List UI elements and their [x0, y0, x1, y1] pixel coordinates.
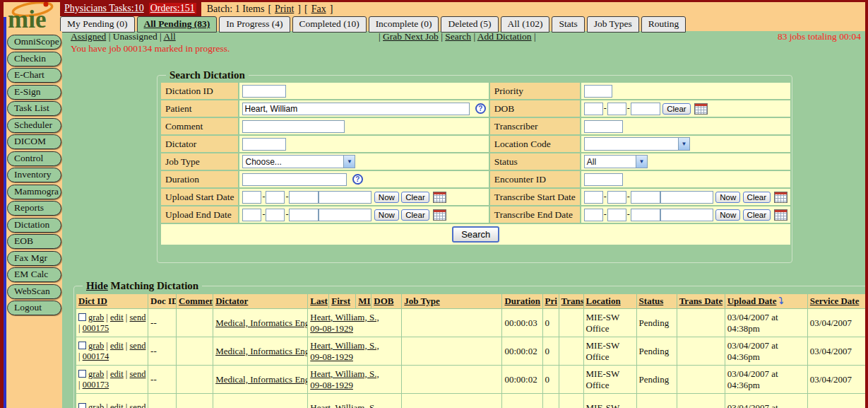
- all-link[interactable]: All: [163, 31, 175, 42]
- tab-all[interactable]: All (102): [501, 16, 550, 33]
- dict-id-link[interactable]: 000175: [83, 323, 109, 333]
- status-select[interactable]: All ▼: [584, 155, 648, 168]
- col-header-first[interactable]: First: [331, 296, 350, 306]
- transcribe-end-calendar-icon[interactable]: [774, 209, 787, 221]
- dob-day-input[interactable]: [607, 103, 626, 115]
- transcribe-end-day-input[interactable]: [607, 209, 626, 221]
- upload-start-time-input[interactable]: [319, 191, 371, 204]
- tab-incomplete[interactable]: Incomplete (0): [369, 16, 439, 33]
- hide-results-link[interactable]: Hide: [86, 280, 108, 291]
- dictator-input[interactable]: [242, 138, 286, 151]
- sidebar-item-logout[interactable]: Logout: [7, 301, 61, 315]
- search-button[interactable]: Search: [452, 226, 499, 243]
- transcriber-input[interactable]: [584, 120, 623, 133]
- transcribe-end-year-input[interactable]: [631, 209, 660, 221]
- sidebar-item-esign[interactable]: E-Sign: [7, 85, 61, 100]
- tab-deleted[interactable]: Deleted (5): [441, 16, 498, 33]
- comment-input[interactable]: [242, 120, 345, 133]
- col-header-mi[interactable]: MI: [358, 296, 370, 306]
- encounter-id-input[interactable]: [584, 173, 623, 186]
- transcribe-start-month-input[interactable]: [584, 191, 603, 204]
- send-link[interactable]: send: [130, 369, 146, 379]
- edit-link[interactable]: edit: [110, 341, 124, 351]
- dictator-link[interactable]: Medical, Informatics Eng.: [215, 374, 308, 385]
- patient-name-link[interactable]: Heart, William, S.,: [310, 368, 379, 379]
- col-header-dictator[interactable]: Dictator: [215, 296, 248, 306]
- col-header-pri[interactable]: Pri: [545, 296, 557, 306]
- duration-input[interactable]: [242, 173, 347, 186]
- transcribe-start-calendar-icon[interactable]: [774, 192, 787, 203]
- sidebar-item-em-calc[interactable]: EM Calc: [7, 267, 61, 282]
- col-header-status[interactable]: Status: [639, 296, 664, 306]
- send-link[interactable]: send: [130, 313, 146, 322]
- upload-start-month-input[interactable]: [242, 191, 261, 204]
- send-link[interactable]: send: [130, 402, 146, 408]
- edit-link[interactable]: edit: [110, 313, 124, 322]
- transcribe-start-year-input[interactable]: [631, 191, 660, 204]
- patient-name-link[interactable]: Heart, William, S.,: [310, 312, 379, 322]
- tab-all-pending[interactable]: All Pending (83): [137, 16, 218, 33]
- col-header-dob[interactable]: DOB: [374, 296, 393, 306]
- sidebar-item-reports[interactable]: Reports: [7, 201, 61, 216]
- fax-link[interactable]: Fax: [311, 4, 326, 15]
- send-link[interactable]: send: [130, 341, 146, 351]
- sidebar-item-eob[interactable]: EOB: [7, 234, 61, 249]
- col-header-dict-id[interactable]: Dict ID: [78, 296, 107, 306]
- dict-id-link[interactable]: 000173: [83, 380, 109, 390]
- col-header-job-type[interactable]: Job Type: [404, 296, 439, 306]
- upload-end-month-input[interactable]: [242, 209, 261, 221]
- row-checkbox[interactable]: [78, 342, 86, 349]
- col-header-comment[interactable]: Comment: [179, 296, 213, 306]
- orders-link[interactable]: Orders:151: [149, 3, 196, 14]
- transcribe-end-time-input[interactable]: [660, 209, 713, 221]
- patient-dob-link[interactable]: 09-08-1929: [310, 380, 353, 390]
- sidebar-item-webscan[interactable]: WebScan: [7, 284, 61, 299]
- col-header-upload-date[interactable]: Upload Date: [727, 296, 777, 306]
- tab-in-progress[interactable]: In Progress (4): [219, 16, 290, 33]
- tab-my-pending[interactable]: My Pending (0): [60, 16, 135, 33]
- search-link[interactable]: Search: [445, 31, 471, 42]
- upload-start-day-input[interactable]: [266, 191, 285, 204]
- upload-end-day-input[interactable]: [266, 209, 285, 221]
- grab-link[interactable]: grab: [88, 402, 104, 408]
- dictation-id-input[interactable]: [242, 85, 286, 98]
- sidebar-item-scheduler[interactable]: Scheduler: [7, 118, 61, 133]
- upload-start-now-button[interactable]: Now: [374, 192, 399, 203]
- upload-end-calendar-icon[interactable]: [433, 209, 446, 221]
- upload-start-clear-button[interactable]: Clear: [401, 192, 429, 203]
- dictator-link[interactable]: Medical, Informatics Eng.: [215, 317, 308, 328]
- row-checkbox[interactable]: [78, 403, 86, 408]
- upload-end-time-input[interactable]: [319, 209, 371, 221]
- patient-dob-link[interactable]: 09-08-1929: [310, 351, 353, 362]
- sidebar-item-echart[interactable]: E-Chart: [7, 68, 61, 83]
- print-link[interactable]: Print: [275, 4, 294, 15]
- upload-end-now-button[interactable]: Now: [374, 209, 399, 221]
- sidebar-item-omniscope[interactable]: OmniScope: [7, 35, 61, 49]
- grab-link[interactable]: grab: [88, 313, 104, 322]
- transcribe-end-now-button[interactable]: Now: [715, 209, 740, 221]
- grab-link[interactable]: grab: [88, 369, 104, 379]
- upload-end-clear-button[interactable]: Clear: [401, 209, 429, 221]
- tab-stats[interactable]: Stats: [552, 16, 584, 33]
- dob-year-input[interactable]: [631, 103, 660, 115]
- priority-input[interactable]: [584, 85, 612, 98]
- tab-completed[interactable]: Completed (10): [292, 16, 367, 33]
- row-checkbox[interactable]: [78, 313, 86, 321]
- upload-start-year-input[interactable]: [289, 191, 319, 204]
- sidebar-item-fax-mgr[interactable]: Fax Mgr: [7, 251, 61, 266]
- transcribe-start-time-input[interactable]: [660, 191, 713, 204]
- sidebar-item-inventory[interactable]: Inventory: [7, 168, 61, 182]
- edit-link[interactable]: edit: [110, 402, 124, 408]
- sidebar-item-task-list[interactable]: Task List: [7, 101, 61, 116]
- col-header-trans-date[interactable]: Trans Date: [679, 296, 723, 306]
- physicians-tasks-link[interactable]: Physicians Tasks:10: [64, 3, 144, 14]
- dob-month-input[interactable]: [584, 103, 603, 115]
- job-type-select[interactable]: Choose... ▼: [242, 155, 355, 168]
- sidebar-item-control[interactable]: Control: [7, 151, 61, 166]
- patient-dob-link[interactable]: 09-08-1929: [310, 323, 353, 334]
- transcribe-end-month-input[interactable]: [584, 209, 603, 221]
- col-header-trans[interactable]: Trans: [561, 296, 584, 306]
- tab-routing[interactable]: Routing: [641, 16, 686, 33]
- grab-link[interactable]: grab: [88, 341, 104, 351]
- sort-descending-icon[interactable]: ⤵: [779, 296, 784, 306]
